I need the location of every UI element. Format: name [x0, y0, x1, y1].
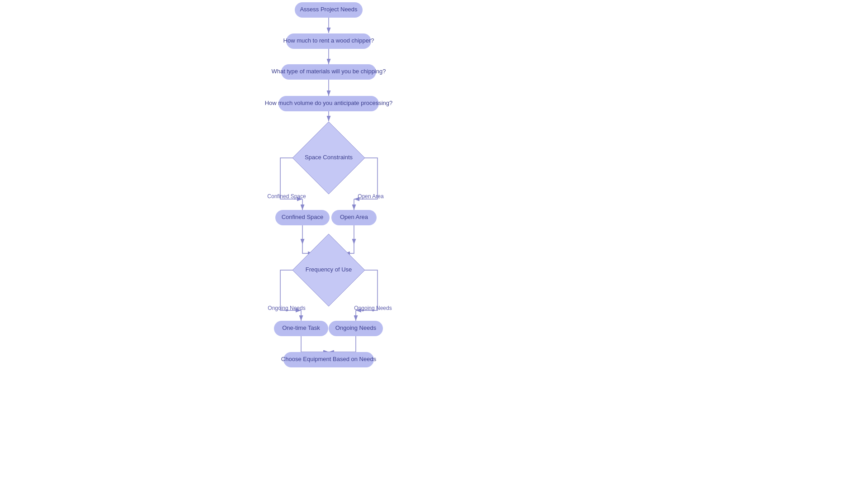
node-one-time-task-label: One-time Task	[282, 324, 320, 331]
label-open-area: Open Area	[358, 193, 384, 200]
flowchart-container: Assess Project Needs How much to rent a …	[0, 0, 868, 490]
node-confined-space-label: Confined Space	[282, 214, 324, 220]
edge-n7-n9-part2	[301, 346, 329, 352]
label-one-time-task: Ongoing Needs	[268, 305, 305, 311]
node-materials-type-label: What type of materials will you be chipp…	[272, 68, 386, 75]
node-rent-cost-label: How much to rent a wood chipper?	[283, 37, 374, 44]
diamond-space-constraints-label: Space Constraints	[305, 154, 353, 161]
node-choose-equipment-label: Choose Equipment Based on Needs	[281, 356, 377, 362]
node-ongoing-needs-label: Ongoing Needs	[335, 324, 377, 331]
label-confined-space: Confined Space	[267, 193, 306, 200]
node-assess-project-needs-label: Assess Project Needs	[300, 6, 358, 13]
diamond-frequency-of-use-label: Frequency of Use	[306, 266, 352, 273]
node-open-area-label: Open Area	[340, 214, 368, 220]
edge-d2-n7-part1	[280, 270, 301, 310]
node-volume-label: How much volume do you anticipate proces…	[265, 100, 393, 106]
edge-n8-n9-part2	[329, 346, 356, 352]
label-ongoing-needs: Ongoing Needs	[354, 305, 392, 311]
